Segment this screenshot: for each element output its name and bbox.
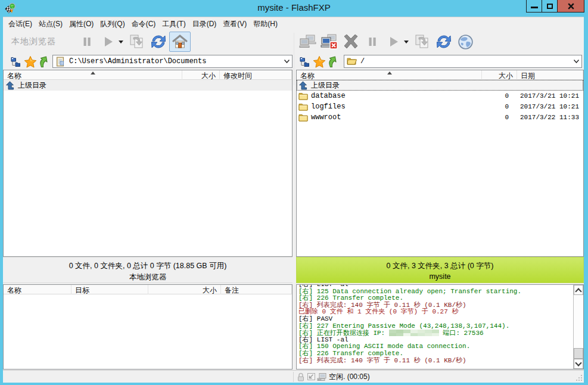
abort-button[interactable]	[340, 32, 362, 52]
column-header[interactable]: 修改时间	[220, 70, 292, 80]
censored-ip-block	[389, 330, 439, 339]
local-path-combobox[interactable]: C:\Users\Administrator\Documents	[52, 55, 293, 68]
pause-icon	[367, 36, 378, 47]
file-size: 0	[482, 92, 509, 100]
local-browser-label: 本地浏览器	[11, 36, 56, 47]
maximize-icon	[547, 4, 553, 9]
remote-status-title: mysite	[297, 272, 583, 281]
sites-tree-icon	[299, 56, 311, 67]
menu-item[interactable]: 帮助(H)	[250, 17, 281, 31]
log-scrollbar[interactable]	[573, 285, 583, 369]
close-button[interactable]	[557, 0, 584, 13]
list-body: 上级目录	[4, 80, 292, 256]
pause-icon	[82, 36, 92, 47]
home-button[interactable]	[169, 32, 191, 52]
refresh-button[interactable]	[433, 32, 455, 52]
file-date: 2017/3/21 10:21	[520, 92, 579, 100]
file-row[interactable]: wwwroot02017/3/22 11:33	[297, 112, 583, 123]
favorites-star-icon	[313, 55, 326, 68]
go-up-button[interactable]	[38, 54, 52, 69]
file-size: 0	[482, 114, 509, 121]
folder-icon	[298, 92, 308, 101]
menu-item[interactable]: 工具(T)	[159, 17, 188, 31]
menu-item[interactable]: 目录(D)	[189, 17, 220, 31]
transfer-button[interactable]	[412, 32, 433, 52]
favorites-star-button[interactable]	[23, 54, 38, 69]
menu-item[interactable]: 属性(O)	[66, 17, 97, 31]
log-line: 已删除 0 文件 和 1 文件夹 (0 字节) 于 0.27 秒	[298, 309, 571, 316]
local-file-list: 名称大小修改时间 上级目录	[3, 70, 293, 257]
menu-item[interactable]: 站点(S)	[36, 17, 66, 31]
local-status-title: 本地浏览器	[3, 272, 293, 282]
column-header[interactable]: 日期	[517, 70, 583, 80]
chevron-down-icon	[575, 359, 581, 366]
list-header: 名称大小修改时间	[4, 70, 292, 80]
session-log-text: [右] LIST -al[右] 125 Data connection alre…	[298, 284, 571, 370]
pause-button[interactable]	[76, 32, 98, 52]
minimize-icon	[531, 7, 538, 8]
resize-grip-icon[interactable]	[575, 374, 583, 382]
play-button[interactable]	[98, 32, 119, 52]
column-header[interactable]: 大小	[482, 70, 517, 80]
chevron-down-icon	[574, 60, 579, 63]
file-row[interactable]: logfiles02017/3/21 10:21	[297, 101, 583, 112]
globe-button[interactable]	[455, 32, 476, 52]
pause-button[interactable]	[362, 32, 383, 52]
play-button[interactable]	[383, 32, 405, 52]
file-name: 上级目录	[18, 80, 46, 91]
log-line: [右] 列表完成: 140 字节 于 0.11 秒 (0.1 KB/秒)	[298, 358, 571, 365]
menu-item[interactable]: 命令(C)	[129, 17, 159, 31]
column-header[interactable]: 备注	[221, 285, 292, 294]
close-icon	[568, 3, 574, 10]
disconnect-button[interactable]	[319, 32, 340, 52]
file-name: wwwroot	[311, 113, 341, 122]
queue-monitor-icon	[317, 372, 326, 382]
file-date: 2017/3/21 10:21	[520, 103, 579, 110]
connect-button[interactable]	[297, 32, 319, 52]
home-icon	[172, 35, 188, 49]
toolbar-row: 本地浏览器	[3, 30, 584, 53]
refresh-button[interactable]	[148, 32, 169, 52]
titlebar: mysite - FlashFXP	[0, 0, 588, 17]
scroll-up-button[interactable]	[574, 285, 583, 295]
refresh-icon	[435, 33, 453, 50]
sites-tree-button[interactable]	[298, 54, 312, 69]
file-name-cell: wwwroot	[297, 112, 341, 123]
local-status-band: 0 文件, 0 文件夹, 0 总计 0 字节 (18.85 GB 可用) 本地浏…	[3, 257, 293, 283]
chevron-up-icon	[575, 288, 581, 294]
transfer-icon	[128, 33, 146, 51]
status-text: 空闲. (00:05)	[329, 372, 370, 382]
menu-item[interactable]: 队列(Q)	[97, 17, 127, 31]
remote-toolbar	[297, 30, 476, 53]
local-path-dropdown[interactable]	[281, 55, 292, 67]
remote-path-dropdown[interactable]	[571, 55, 581, 67]
statusbar-separator	[293, 372, 294, 382]
remote-path-combobox[interactable]: /	[344, 55, 582, 68]
file-row[interactable]: database02017/3/21 10:21	[297, 91, 583, 101]
sites-tree-button[interactable]	[9, 54, 23, 69]
file-name: 上级目录	[311, 80, 340, 91]
column-header[interactable]: 大小	[148, 285, 221, 294]
menu-item[interactable]: 会话(E)	[5, 17, 35, 31]
file-name: database	[311, 92, 346, 100]
parent-dir-icon	[298, 81, 308, 90]
column-header[interactable]: 大小	[182, 70, 220, 80]
go-up-button[interactable]	[326, 54, 341, 69]
minimize-button[interactable]	[526, 0, 542, 13]
folder-icon	[298, 103, 308, 111]
file-row[interactable]: 上级目录	[297, 80, 583, 91]
window-controls	[526, 0, 584, 13]
scroll-down-button[interactable]	[574, 359, 583, 369]
folder-icon	[298, 113, 308, 122]
list-body	[4, 294, 292, 368]
transfer-button[interactable]	[126, 32, 148, 52]
column-header[interactable]: 名称	[4, 285, 71, 294]
file-row[interactable]: 上级目录	[4, 80, 292, 91]
maximize-button[interactable]	[542, 0, 558, 13]
menu-item[interactable]: 查看(V)	[220, 17, 250, 31]
log-line: [右] 227 Entering Passive Mode (43,248,13…	[298, 323, 571, 330]
transfer-queue-list: 名称目标大小备注	[3, 284, 293, 370]
scrollbar-thumb[interactable]	[574, 348, 583, 359]
column-header[interactable]: 目标	[71, 285, 148, 294]
favorites-star-button[interactable]	[312, 54, 326, 69]
